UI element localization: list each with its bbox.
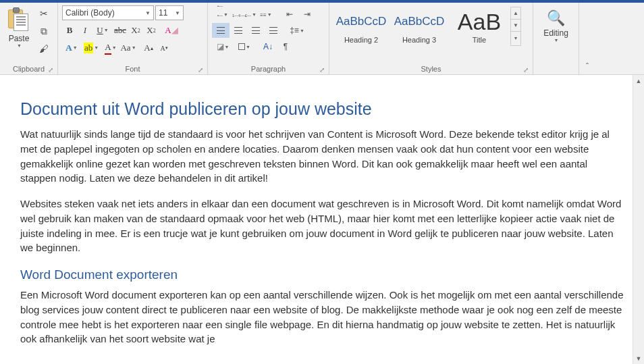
style-scroll-up[interactable]: ▲ — [511, 7, 520, 20]
style-name: Heading 2 — [338, 36, 384, 44]
font-launcher[interactable]: ⤢ — [196, 66, 205, 74]
chevron-down-icon: ▼ — [554, 38, 559, 43]
font-name-combo[interactable]: Calibri (Body) ▼ — [62, 5, 154, 20]
style-preview: AaBbCcD — [338, 9, 384, 34]
multilevel-button[interactable]: ▼ — [255, 7, 277, 22]
group-label-editing — [533, 63, 579, 75]
change-case-button[interactable]: Aa▼ — [121, 41, 136, 55]
style-preview: AaBbCcD — [394, 9, 445, 34]
group-font: Calibri (Body) ▼ 11 ▼ B I U▼ abc X2 X2 A… — [58, 3, 208, 75]
decrease-indent-button[interactable]: ⇤ — [281, 7, 298, 22]
chevron-down-icon: ▼ — [17, 43, 22, 48]
style-gallery-expand[interactable]: ▾ — [511, 32, 520, 44]
scroll-up-button[interactable]: ▲ — [633, 75, 644, 86]
font-label-text: Font — [125, 65, 140, 73]
bullets-button[interactable]: ▼ — [212, 7, 234, 22]
underline-button[interactable]: U▼ — [93, 23, 112, 38]
italic-button[interactable]: I — [78, 23, 92, 38]
style-heading-3[interactable]: AaBbCcD Heading 3 — [389, 7, 450, 46]
font-size-value: 11 — [159, 8, 167, 18]
style-scroll-down[interactable]: ▼ — [511, 20, 520, 32]
increase-indent-button[interactable]: ⇥ — [298, 7, 316, 22]
chevron-down-icon: ▼ — [175, 10, 180, 16]
ribbon: Paste ▼ ✂ ⧉ 🖌 Clipboard ⤢ Calibri (Body)… — [0, 0, 644, 75]
line-spacing-button[interactable]: ‡≡▼ — [286, 23, 308, 38]
style-gallery: AaBbCcD Heading 2 AaBbCcD Heading 3 AaB … — [333, 7, 521, 46]
justify-button[interactable] — [265, 23, 282, 38]
style-heading-2[interactable]: AaBbCcD Heading 2 — [333, 7, 389, 46]
format-painter-button[interactable]: 🖌 — [36, 42, 51, 55]
doc-heading-1: Document uit Word publiceren op jouw web… — [20, 99, 624, 119]
clipboard-label-text: Clipboard — [13, 65, 45, 73]
text-effects-button[interactable]: A▼ — [62, 41, 81, 55]
document-body[interactable]: Document uit Word publiceren op jouw web… — [0, 75, 644, 346]
style-name: Title — [454, 36, 504, 44]
styles-label-text: Styles — [421, 65, 441, 73]
font-color-button[interactable]: A▼ — [101, 41, 120, 55]
doc-paragraph: Wat natuurlijk sinds lange tijd de stand… — [20, 127, 624, 186]
style-name: Heading 3 — [394, 36, 445, 44]
align-right-button[interactable] — [247, 23, 265, 38]
group-label-font: Font ⤢ — [58, 63, 207, 75]
style-gallery-scroll: ▲ ▼ ▾ — [510, 7, 521, 46]
styles-launcher[interactable]: ⤢ — [522, 66, 530, 74]
group-editing: 🔍 Editing ▼ — [533, 3, 579, 75]
numbering-button[interactable]: ▼ — [234, 7, 255, 22]
font-name-value: Calibri (Body) — [65, 8, 115, 18]
paste-icon — [8, 7, 30, 31]
grow-font-button[interactable]: A▴ — [141, 41, 156, 55]
group-label-paragraph: Paragraph ⤢ — [208, 63, 329, 75]
align-center-button[interactable] — [230, 23, 247, 38]
sort-button[interactable]: A↓ — [259, 39, 277, 54]
style-preview: AaB — [454, 9, 504, 34]
document-area: Document uit Word publiceren op jouw web… — [0, 75, 644, 364]
paste-button[interactable]: Paste ▼ — [4, 5, 34, 48]
group-label-styles: Styles ⤢ — [329, 63, 533, 75]
superscript-button[interactable]: X2 — [144, 23, 159, 38]
paste-label: Paste — [9, 34, 30, 43]
subscript-button[interactable]: X2 — [128, 23, 143, 38]
editing-button[interactable]: 🔍 Editing ▼ — [537, 9, 574, 43]
group-label-clipboard: Clipboard ⤢ — [0, 63, 57, 75]
collapse-ribbon-button[interactable]: ˆ — [579, 3, 595, 74]
vertical-scrollbar[interactable]: ▲ ▼ — [633, 75, 644, 364]
clipboard-launcher[interactable]: ⤢ — [47, 66, 55, 74]
clear-formatting-button[interactable]: A◢ — [164, 23, 179, 38]
shrink-font-button[interactable]: A▾ — [157, 41, 171, 55]
highlight-button[interactable]: ab▼ — [82, 41, 101, 55]
group-clipboard: Paste ▼ ✂ ⧉ 🖌 Clipboard ⤢ — [0, 3, 58, 75]
paragraph-launcher[interactable]: ⤢ — [318, 66, 326, 74]
copy-button[interactable]: ⧉ — [36, 24, 51, 38]
doc-heading-2: Word Document exporteren — [20, 267, 624, 282]
cut-button[interactable]: ✂ — [36, 7, 51, 20]
doc-paragraph: Een Microsoft Word document exporteren k… — [20, 288, 624, 346]
editing-label: Editing — [543, 28, 568, 38]
chevron-down-icon: ▼ — [145, 10, 151, 16]
group-paragraph: ▼ ▼ ▼ ⇤ ⇥ ‡≡▼ ◪▼ ▼ A↓ ¶ — [208, 3, 329, 75]
align-left-button[interactable] — [212, 23, 230, 38]
bold-button[interactable]: B — [62, 23, 77, 38]
borders-button[interactable]: ▼ — [234, 39, 255, 54]
shading-button[interactable]: ◪▼ — [212, 39, 234, 54]
strikethrough-button[interactable]: abc — [113, 23, 128, 38]
show-hide-button[interactable]: ¶ — [277, 39, 294, 54]
paragraph-label-text: Paragraph — [251, 65, 286, 73]
search-icon: 🔍 — [547, 9, 565, 27]
scroll-down-button[interactable]: ▼ — [633, 353, 644, 364]
font-size-combo[interactable]: 11 ▼ — [155, 5, 184, 20]
doc-paragraph: Websites steken vaak net iets anders in … — [20, 197, 624, 255]
style-title[interactable]: AaB Title — [450, 7, 509, 46]
group-styles: AaBbCcD Heading 2 AaBbCcD Heading 3 AaB … — [329, 3, 533, 75]
